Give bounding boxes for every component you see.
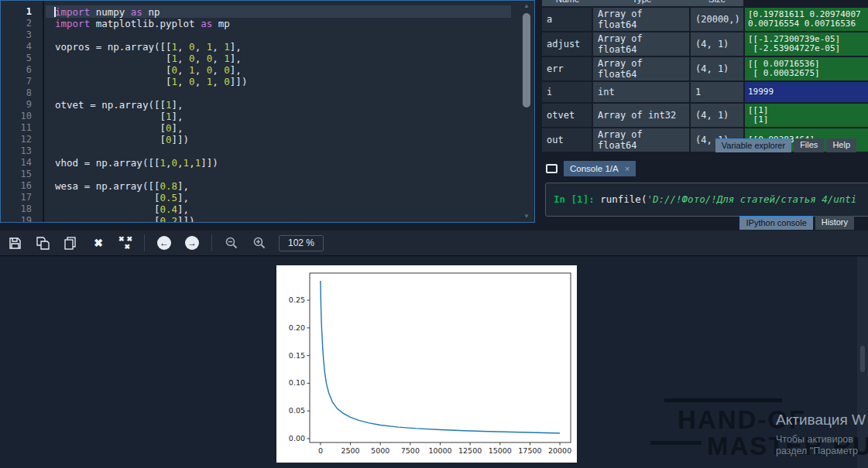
copy-image-button[interactable] xyxy=(62,234,79,251)
svg-text:0.05: 0.05 xyxy=(289,406,305,415)
code-line[interactable] xyxy=(55,169,516,180)
svg-text:7500: 7500 xyxy=(401,446,420,455)
zoom-level-value[interactable]: 102 % xyxy=(279,235,324,251)
code-line[interactable]: [1], xyxy=(55,111,516,122)
plots-toolbar: ✖ ✖✖✖ ← → 102 % xyxy=(0,231,868,256)
console-command-path: 'D://!Фото/!Для статей/статья 4/unti xyxy=(647,193,856,205)
header-type[interactable]: Type xyxy=(593,0,691,4)
previous-plot-button[interactable]: ← xyxy=(156,234,173,251)
svg-text:17500: 17500 xyxy=(518,446,541,455)
matplotlib-figure[interactable]: 025005000750010000125001500017500200000.… xyxy=(276,265,577,463)
console-prompt: In [1]: xyxy=(554,193,600,205)
editor-scrollbar[interactable]: ▲ ▼ xyxy=(520,2,533,220)
code-line[interactable]: [0.4], xyxy=(55,203,516,215)
scroll-down-icon[interactable]: ▼ xyxy=(520,213,533,220)
zoom-out-icon[interactable] xyxy=(223,234,240,251)
variable-type[interactable]: Array of int32 xyxy=(593,104,689,127)
code-line[interactable] xyxy=(55,145,516,157)
variable-row[interactable]: errArray of float64(4, 1)[[ 0.00716536] … xyxy=(542,57,868,80)
variable-value[interactable]: [0.19781611 0.209740070.00716554 0.00716… xyxy=(745,8,868,31)
svg-text:12500: 12500 xyxy=(458,446,482,455)
variable-name[interactable]: i xyxy=(542,82,592,102)
next-plot-button[interactable]: → xyxy=(184,234,201,251)
scroll-up-icon[interactable]: ▲ xyxy=(520,2,533,10)
variable-row[interactable]: adjustArray of float64(4, 1)[[-1.2730073… xyxy=(542,32,868,56)
code-text[interactable]: import numpy as npimport matplotlib.pypl… xyxy=(55,6,516,223)
variable-size[interactable]: (4, 1) xyxy=(691,57,743,80)
browse-tabs-icon[interactable] xyxy=(546,164,558,173)
tab-history[interactable]: History xyxy=(815,216,854,230)
code-line[interactable]: wesa = np.array([[0.8], xyxy=(55,180,516,192)
code-line[interactable]: [0], xyxy=(55,122,516,134)
activation-text2: раздел "Параметр xyxy=(776,446,866,456)
console-output[interactable]: In [1]: runfile('D://!Фото/!Для статей/с… xyxy=(545,183,868,217)
code-line[interactable] xyxy=(55,87,516,99)
variable-name[interactable]: otvet xyxy=(542,104,592,127)
code-line[interactable]: import matplotlib.pyplot as mp xyxy=(55,18,516,29)
remove-all-plots-button[interactable]: ✖✖✖ xyxy=(118,235,133,251)
variable-size[interactable]: (4, 1) xyxy=(691,104,743,127)
header-size[interactable]: Size xyxy=(691,0,743,4)
console-tab-label: Console 1/A xyxy=(570,164,619,173)
remove-plot-button[interactable]: ✖ xyxy=(90,234,107,251)
svg-text:0.00: 0.00 xyxy=(289,434,305,442)
svg-text:20000: 20000 xyxy=(548,446,571,455)
variable-explorer-pane: Name Type Size aArray of float64(20000,)… xyxy=(542,0,868,153)
variable-type[interactable]: Array of float64 xyxy=(593,8,689,31)
code-line[interactable]: [0, 1, 0, 0], xyxy=(55,64,516,76)
line-number-gutter: 12345678910111213141516171819 xyxy=(1,1,44,222)
tab-variable-explorer[interactable]: Variable explorer xyxy=(715,138,791,152)
variable-size[interactable]: (20000,) xyxy=(691,8,743,31)
code-line[interactable]: vhod = np.array([[1,0,1,1]]) xyxy=(55,157,516,169)
error-curve-chart: 025005000750010000125001500017500200000.… xyxy=(276,265,577,463)
variable-row[interactable]: aArray of float64(20000,)[0.19781611 0.2… xyxy=(542,8,868,31)
tab-files[interactable]: Files xyxy=(794,138,824,152)
svg-text:15000: 15000 xyxy=(489,446,512,455)
variable-value[interactable]: [[ 0.00716536] [ 0.00032675] xyxy=(745,57,868,80)
code-line[interactable]: [1, 0, 1, 0]]) xyxy=(55,76,516,87)
tab-help[interactable]: Help xyxy=(826,138,856,152)
text-cursor xyxy=(54,7,56,17)
variable-row[interactable]: otvetArray of int32(4, 1)[[1] [1] xyxy=(542,104,868,127)
code-line[interactable]: otvet = np.array([[1], xyxy=(55,99,516,111)
watermark-bar xyxy=(664,398,782,402)
variable-name[interactable]: a xyxy=(542,8,592,31)
zoom-in-icon[interactable] xyxy=(251,234,268,251)
code-line[interactable] xyxy=(55,29,516,41)
code-editor[interactable]: 12345678910111213141516171819 import num… xyxy=(0,0,535,223)
console-tab[interactable]: Console 1/A × xyxy=(564,161,636,176)
code-line[interactable]: [0.2]]) xyxy=(55,215,516,223)
variable-name[interactable]: out xyxy=(542,128,592,152)
code-line[interactable]: vopros = np.array([[1, 0, 1, 1], xyxy=(55,41,516,53)
scrollbar-thumb[interactable] xyxy=(523,13,530,108)
plots-scrollbar-thumb[interactable] xyxy=(860,346,865,372)
table-header[interactable]: Name Type Size xyxy=(542,0,743,6)
variable-row[interactable]: iint119999 xyxy=(542,82,868,102)
pane-tabbar: Variable explorerFilesHelp xyxy=(715,138,856,152)
close-icon[interactable]: × xyxy=(625,164,630,173)
header-name[interactable]: Name xyxy=(542,0,593,4)
code-line[interactable]: import numpy as np xyxy=(55,6,516,18)
variable-name[interactable]: err xyxy=(542,57,592,80)
activation-title: Активация W xyxy=(776,412,866,429)
save-all-plots-button[interactable] xyxy=(34,234,51,251)
variable-value[interactable]: [[1] [1] xyxy=(745,104,868,127)
variable-value[interactable]: [[-1.27300739e-05] [-2.53904727e-05] xyxy=(745,32,868,56)
variable-size[interactable]: 1 xyxy=(691,82,743,102)
watermark-bar xyxy=(650,441,702,445)
variable-name[interactable]: adjust xyxy=(542,32,592,56)
variable-value[interactable]: 19999 xyxy=(745,82,868,102)
variable-size[interactable]: (4, 1) xyxy=(691,32,743,56)
variable-type[interactable]: int xyxy=(593,82,689,102)
code-line[interactable]: [0]]) xyxy=(55,134,516,145)
code-line[interactable]: [0.5], xyxy=(55,192,516,203)
variable-type[interactable]: Array of float64 xyxy=(593,32,689,56)
variable-table: aArray of float64(20000,)[0.19781611 0.2… xyxy=(542,8,868,152)
save-plot-button[interactable] xyxy=(6,234,23,251)
svg-text:2500: 2500 xyxy=(341,446,359,455)
code-line[interactable]: [1, 0, 0, 1], xyxy=(55,53,516,64)
tab-ipython-console[interactable]: IPython console xyxy=(739,216,812,230)
variable-type[interactable]: Array of float64 xyxy=(593,57,689,80)
variable-type[interactable]: Array of float64 xyxy=(593,128,689,152)
toolbar-separator xyxy=(211,234,212,251)
